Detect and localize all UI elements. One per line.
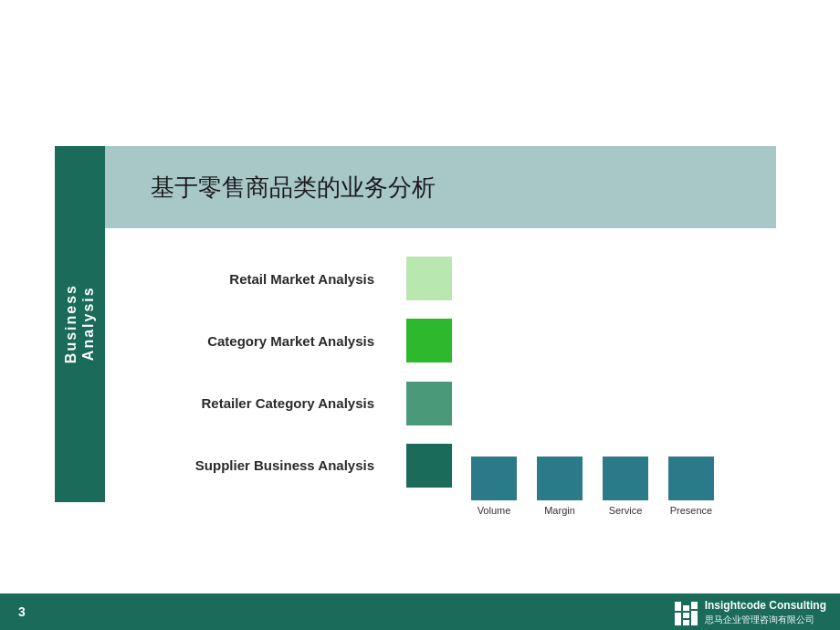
sub-box-service <box>603 457 648 500</box>
sub-box-presence <box>668 457 714 500</box>
sub-item-presence: Presence <box>658 457 724 516</box>
row-retailer-category: Retailer Category Analysis <box>132 376 749 431</box>
icc-logo-icon <box>675 600 698 625</box>
row-label-supplier: Supplier Business Analysis <box>132 457 388 473</box>
page-number: 3 <box>18 604 26 619</box>
logo-area: Insightcode Consulting 思马企业管理咨询有限公司 <box>675 599 826 625</box>
sub-label-service: Service <box>609 505 643 516</box>
sub-labels-row: Volume Margin Service Presence <box>461 457 724 516</box>
sub-item-volume: Volume <box>461 457 527 516</box>
sub-item-margin: Margin <box>527 457 593 516</box>
row-box-supplier <box>406 444 452 488</box>
row-box-retail <box>406 257 452 300</box>
logo-name: Insightcode Consulting <box>705 599 826 614</box>
row-box-category <box>406 319 452 362</box>
row-label-category: Category Market Analysis <box>132 333 388 349</box>
row-label-retail: Retail Market Analysis <box>132 271 388 287</box>
logo-chinese: 思马企业管理咨询有限公司 <box>705 614 826 625</box>
sidebar-label: BusinessAnalysis <box>62 284 97 363</box>
sub-box-volume <box>471 457 517 500</box>
slide: BusinessAnalysis 基于零售商品类的业务分析 Retail Mar… <box>0 0 840 630</box>
row-category-market: Category Market Analysis <box>132 313 749 368</box>
slide-title: 基于零售商品类的业务分析 <box>151 172 436 204</box>
header-banner: 基于零售商品类的业务分析 <box>105 146 776 228</box>
sub-label-volume: Volume <box>478 505 511 516</box>
row-box-retailer <box>406 382 452 425</box>
row-label-retailer: Retailer Category Analysis <box>132 395 388 411</box>
sub-box-margin <box>537 457 583 500</box>
sub-item-service: Service <box>593 457 658 516</box>
row-retail-market: Retail Market Analysis <box>132 251 749 306</box>
bottom-bar: 3 Insightcode Consulting <box>0 593 840 630</box>
left-sidebar: BusinessAnalysis <box>55 146 105 502</box>
logo-text: Insightcode Consulting 思马企业管理咨询有限公司 <box>705 599 826 625</box>
sub-label-margin: Margin <box>544 505 575 516</box>
sub-label-presence: Presence <box>670 505 712 516</box>
